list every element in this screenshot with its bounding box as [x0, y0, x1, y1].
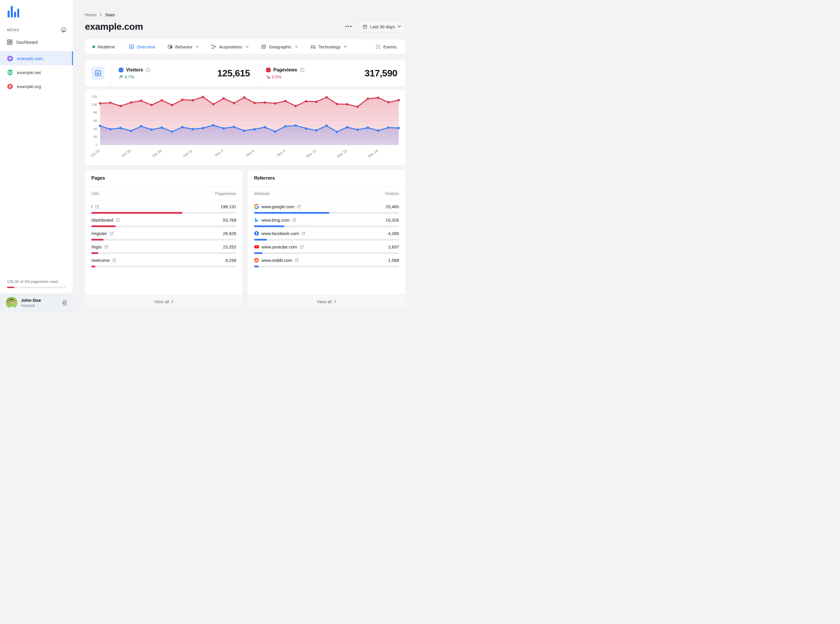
pageviews-bar — [91, 266, 236, 267]
sidebar-item-example-net[interactable]: example.net — [0, 65, 73, 79]
chevron-right-icon — [171, 300, 173, 303]
svg-text:4K: 4K — [93, 127, 97, 131]
tab-technology[interactable]: Technology — [304, 39, 353, 54]
svg-text:Nov 15: Nov 15 — [336, 149, 348, 158]
referrers-card-title: Referrers — [248, 170, 405, 187]
pages-card-title: Pages — [85, 170, 243, 187]
table-row: www.youtube.com 2,837 — [254, 241, 399, 254]
svg-text:Nov 18: Nov 18 — [367, 149, 379, 158]
svg-text:12K: 12K — [91, 95, 98, 98]
info-icon[interactable] — [300, 68, 305, 72]
pageviews-count: 26,926 — [223, 231, 236, 236]
chevron-down-icon — [246, 46, 249, 48]
tab-geographic[interactable]: Geographic — [255, 39, 304, 54]
page-title: example.com — [85, 21, 143, 32]
svg-text:Oct 31: Oct 31 — [183, 149, 193, 158]
external-link-icon — [297, 204, 301, 209]
behavior-layout-icon — [167, 44, 173, 49]
chevron-down-icon — [295, 46, 298, 48]
technology-devices-icon — [310, 44, 316, 49]
visitors-count: 2,837 — [388, 244, 399, 249]
pageviews-count: 53,769 — [223, 218, 236, 222]
logout-icon[interactable] — [61, 300, 67, 306]
tab-events[interactable]: Events — [369, 39, 405, 54]
main-content: Home Stats example.com ••• — [73, 0, 420, 312]
info-icon[interactable] — [145, 68, 150, 72]
referrers-column-header: WebsiteVisitors — [254, 187, 399, 200]
referrer-link[interactable]: www.google.com — [254, 204, 301, 209]
visitors-count: 10,326 — [385, 218, 399, 222]
youtube-favicon — [254, 244, 259, 249]
chevron-down-icon — [398, 25, 401, 28]
app-window: MENU Dashboard — [0, 0, 420, 312]
referrer-link[interactable]: www.reddit.com — [254, 258, 299, 263]
chevron-down-icon — [196, 46, 199, 48]
referrer-link[interactable]: www.bing.com — [254, 218, 296, 222]
pages-card: Pages URLPageviews / 199,131 — [85, 170, 243, 308]
sidebar-item-label: Dashboard — [16, 40, 38, 45]
svg-text:Nov 9: Nov 9 — [276, 149, 286, 158]
page-url-link[interactable]: /login — [91, 244, 108, 249]
sidebar-item-dashboard[interactable]: Dashboard — [0, 36, 73, 49]
usage-progressbar — [7, 287, 66, 288]
external-link-icon — [112, 258, 116, 263]
external-link-icon — [301, 231, 306, 236]
visitors-count: 1,588 — [388, 258, 399, 263]
tab-acquisitions[interactable]: Acquisitions — [205, 39, 255, 54]
site-list: example.com example.net — [0, 51, 73, 93]
referrers-view-all-button[interactable]: View all — [248, 295, 405, 308]
sidebar-item-example-com[interactable]: example.com — [0, 51, 73, 65]
calendar-icon — [362, 24, 368, 29]
page-url-link[interactable]: /welcome — [91, 258, 116, 263]
visitors-count: 25,465 — [385, 204, 399, 209]
menu-label: MENU — [7, 28, 19, 32]
pageviews-swatch — [266, 68, 271, 72]
tab-overview[interactable]: Overview — [123, 39, 161, 54]
geographic-map-icon — [261, 44, 266, 49]
external-link-icon — [300, 245, 304, 249]
pageviews-value: 317,590 — [365, 68, 397, 79]
visitors-swatch — [119, 68, 124, 72]
more-options-button[interactable]: ••• — [343, 22, 354, 31]
summary-stats-card: Visitors 4.7% 125,615 — [85, 60, 405, 86]
page-url-link[interactable]: / — [91, 204, 99, 209]
tab-behavior[interactable]: Behavior — [161, 39, 205, 54]
pageviews-change: 0.5% — [266, 75, 305, 79]
referrers-card: Referrers WebsiteVisitors — [248, 170, 405, 308]
referrer-link[interactable]: www.facebook.com — [254, 231, 306, 236]
svg-text:8K: 8K — [93, 111, 97, 114]
visitors-label: Visitors — [126, 67, 143, 73]
svg-text:Oct 22: Oct 22 — [90, 149, 101, 158]
svg-text:Nov 12: Nov 12 — [305, 149, 317, 158]
date-range-button[interactable]: Last 30 days — [358, 21, 405, 32]
visitors-change: 4.7% — [119, 75, 150, 79]
bing-favicon — [254, 218, 259, 222]
table-row: / 199,131 — [91, 200, 236, 214]
page-url-link[interactable]: /register — [91, 231, 114, 236]
facebook-favicon — [254, 231, 259, 236]
sidebar-item-example-org[interactable]: example.org — [0, 79, 73, 93]
breadcrumb-home[interactable]: Home — [85, 12, 96, 17]
chevron-right-icon — [99, 13, 102, 17]
external-link-icon — [116, 218, 120, 222]
page-url-link[interactable]: /dashboard — [91, 218, 120, 222]
overview-chart-icon — [129, 44, 134, 49]
external-link-icon — [109, 231, 114, 236]
arrow-down-right-icon — [266, 75, 270, 79]
bar-chart-logo-icon — [6, 5, 20, 18]
theme-toggle-icon[interactable] — [61, 27, 67, 32]
usage-quota: 126.3K of 1M pageviews used. — [0, 280, 73, 293]
visitors-value: 125,615 — [217, 68, 250, 79]
account-section[interactable]: John Doe Account — [0, 293, 73, 312]
site-favicon-waves-icon — [7, 70, 13, 76]
visitors-count: 4,280 — [388, 231, 399, 236]
table-row: www.google.com 25,465 — [254, 200, 399, 214]
sidebar: MENU Dashboard — [0, 0, 73, 312]
tab-label: Events — [383, 44, 397, 49]
table-row: /register 26,926 — [91, 227, 236, 241]
pages-view-all-button[interactable]: View all — [85, 295, 243, 308]
referrer-link[interactable]: www.youtube.com — [254, 244, 304, 249]
tab-realtime[interactable]: Realtime — [85, 39, 123, 54]
pageviews-count: 15,252 — [223, 244, 236, 249]
app-logo — [0, 0, 73, 23]
